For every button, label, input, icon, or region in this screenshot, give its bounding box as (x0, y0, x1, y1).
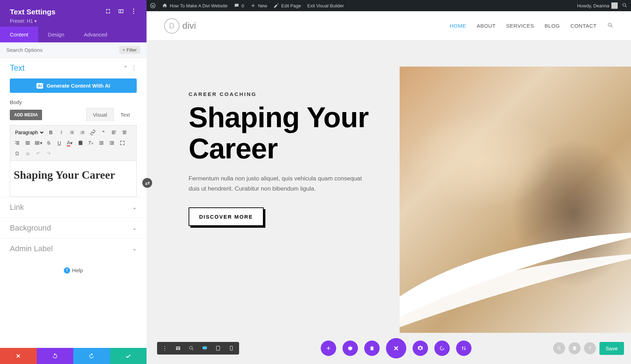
close-builder-button[interactable] (386, 338, 406, 358)
underline-button[interactable]: U (55, 139, 63, 147)
format-select[interactable]: Paragraph (13, 129, 45, 136)
section-text-header[interactable]: Text ⌃⋮ (0, 58, 147, 78)
emoji-button[interactable]: ☺ (23, 149, 32, 158)
svg-point-6 (557, 346, 560, 349)
plus-icon: + (123, 47, 125, 53)
hero-cta-button[interactable]: DISCOVER MORE (189, 207, 264, 226)
fullscreen-button[interactable] (118, 139, 127, 147)
bold-button[interactable]: B (47, 128, 55, 137)
ul-button[interactable] (68, 128, 76, 137)
tab-design[interactable]: Design (38, 27, 74, 42)
align-left-button[interactable] (110, 128, 118, 137)
new-link[interactable]: New (250, 3, 267, 8)
align-justify-button[interactable] (23, 139, 32, 147)
generate-ai-button[interactable]: AI Generate Content With AI (10, 78, 137, 93)
exit-vb-link[interactable]: Exit Visual Builder (307, 3, 344, 8)
align-center-button[interactable] (120, 128, 129, 137)
layers-button[interactable] (569, 342, 581, 354)
nav-blog[interactable]: BLOG (544, 23, 560, 29)
caret-down-icon: ▾ (34, 18, 37, 24)
ai-badge: AI (36, 83, 43, 89)
body-label: Body (0, 99, 147, 108)
chevron-down-icon: ⌄ (132, 245, 137, 252)
wp-logo[interactable] (150, 3, 156, 8)
site-logo[interactable]: D divi (164, 18, 196, 34)
section-background-header[interactable]: Background ⌄ (0, 218, 147, 238)
undo-button[interactable]: ↶ (34, 149, 42, 158)
chevron-up-icon: ⌃ (123, 65, 128, 71)
zoom-icon[interactable] (187, 344, 196, 352)
help-button[interactable]: ? (584, 342, 596, 354)
nav-home[interactable]: HOME (450, 23, 466, 29)
user-greeting[interactable]: Howdy, Deanna (577, 2, 618, 9)
kebab-icon[interactable]: ⋮ (131, 65, 137, 71)
wireframe-icon[interactable] (174, 344, 182, 352)
history-button[interactable] (434, 341, 450, 356)
site-link[interactable]: How To Make A Divi Website (162, 3, 228, 8)
nav-about[interactable]: ABOUT (477, 23, 496, 29)
redo-button[interactable]: ↷ (45, 149, 53, 158)
desktop-icon[interactable] (201, 344, 209, 352)
kebab-icon[interactable]: ⋮ (161, 344, 169, 352)
comments-link[interactable]: 0 (234, 3, 244, 8)
clear-format-button[interactable]: T× (87, 139, 95, 147)
search-input[interactable] (6, 47, 87, 53)
hero-eyebrow[interactable]: CAREER COACHING (189, 91, 378, 97)
editor-tab-text[interactable]: Text (114, 108, 137, 122)
textcolor-button[interactable]: A▾ (66, 139, 74, 147)
expand-icon[interactable] (105, 8, 111, 16)
settings-button[interactable] (413, 341, 428, 356)
hero-section: CAREER COACHING Shaping Your Career Ferm… (147, 41, 631, 364)
cancel-button[interactable] (0, 348, 37, 364)
search-row: + Filter (0, 42, 147, 58)
more-icon[interactable] (130, 8, 137, 16)
right-actions: ? Save (553, 342, 624, 355)
indent-button[interactable] (108, 139, 116, 147)
link-button[interactable] (89, 128, 97, 137)
editor-tab-visual[interactable]: Visual (86, 108, 114, 122)
help-link[interactable]: ? Help (0, 259, 147, 282)
italic-button[interactable]: I (57, 128, 66, 137)
specialchar-button[interactable]: Ω (13, 149, 21, 158)
find-button[interactable] (553, 342, 565, 354)
tablet-icon[interactable] (214, 344, 222, 352)
preset-selector[interactable]: Preset: H1 ▾ (10, 18, 137, 24)
search-icon[interactable] (622, 2, 627, 9)
nav-services[interactable]: SERVICES (506, 23, 534, 29)
quote-button[interactable]: “ (99, 128, 108, 137)
hero-heading[interactable]: Shaping Your Career (189, 102, 378, 164)
phone-icon[interactable] (227, 344, 236, 352)
editor-content[interactable]: Shaping Your Career (10, 161, 137, 197)
undo-footer-button[interactable] (37, 348, 74, 364)
ol-button[interactable] (78, 128, 87, 137)
sort-button[interactable] (456, 341, 471, 356)
power-button[interactable] (342, 341, 358, 356)
tab-content[interactable]: Content (0, 27, 38, 42)
edit-page-link[interactable]: Edit Page (273, 3, 301, 8)
save-button[interactable]: Save (599, 342, 624, 355)
redo-footer-button[interactable] (73, 348, 110, 364)
view-controls: ⋮ (157, 342, 239, 355)
tab-advanced[interactable]: Advanced (74, 27, 117, 42)
add-media-button[interactable]: ADD MEDIA (10, 110, 42, 120)
panel-icon[interactable] (118, 8, 124, 16)
nav-contact[interactable]: CONTACT (570, 23, 597, 29)
section-admin-header[interactable]: Admin Label ⌄ (0, 238, 147, 259)
hero-paragraph[interactable]: Fermentum nulla non justo aliquet, quis … (189, 174, 371, 194)
outdent-button[interactable] (97, 139, 106, 147)
trash-button[interactable] (364, 341, 380, 356)
resize-handle[interactable]: ⇄ (142, 178, 152, 188)
confirm-button[interactable] (110, 348, 147, 364)
paste-button[interactable] (76, 139, 84, 147)
logo-icon: D (164, 18, 179, 34)
svg-point-3 (190, 346, 192, 349)
table-button[interactable]: ▾ (34, 139, 42, 147)
filter-button[interactable]: + Filter (119, 46, 140, 54)
nav-search-icon[interactable] (607, 22, 613, 29)
strike-button[interactable]: S (45, 139, 53, 147)
section-link-header[interactable]: Link ⌄ (0, 197, 147, 218)
add-button[interactable] (321, 341, 336, 356)
help-icon: ? (64, 267, 70, 274)
align-right-button[interactable] (13, 139, 21, 147)
hero-image[interactable] (400, 67, 631, 333)
